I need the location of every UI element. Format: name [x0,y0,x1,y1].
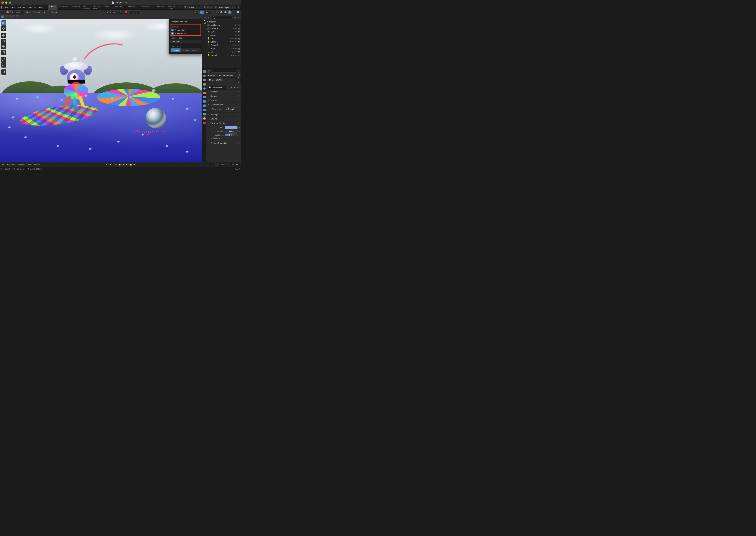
viewlayer-delete-icon[interactable]: × [237,6,240,9]
tab-sculpting[interactable]: Sculpting [69,4,81,10]
tool-scale[interactable] [1,44,6,50]
tab-rendering[interactable]: Rendering [126,4,139,10]
hide-viewport-toggle[interactable]: 👁 [235,47,237,50]
outliner-filter[interactable]: ▽▾ [233,16,236,19]
ptab-viewlayer[interactable] [202,78,206,82]
ptab-particles[interactable] [202,99,206,103]
outliner-item[interactable]: 🎥 Camera ⊡ 👁 📷 [202,27,241,30]
slot-next[interactable]: ◂ [230,83,231,84]
scene-name-input[interactable] [187,6,202,9]
breadcrumb-object[interactable]: ▣Ocean [207,74,216,77]
jump-to-start[interactable]: ⏮ [114,163,117,166]
compositor-always[interactable]: Always [190,49,200,52]
outliner-item[interactable]: ☀ Sun 👁 📷 [202,30,241,33]
tool-rotate[interactable] [1,39,6,44]
properties-options[interactable]: ⌄ [237,69,240,73]
viewport-color-swatch[interactable] [225,126,237,129]
disable-render-toggle[interactable]: 📷 [237,30,240,33]
transform-orientation[interactable]: ⤢ Normal ▾ [106,10,118,14]
shading-options-dropdown[interactable]: ▾ [233,11,236,14]
editor-type-dropdown[interactable]: ⬚▾ [1,11,4,14]
hide-viewport-toggle[interactable]: 👁 [235,27,237,30]
auto-key-toggle[interactable]: ● [105,163,109,166]
menu-view[interactable]: View [24,11,32,14]
tab-modeling[interactable]: Modeling [57,4,70,10]
viewlayer-selector[interactable]: 🖼 ⎘ × [214,6,240,9]
panel-displacement-head[interactable]: ▾Displacement⠿ [206,102,241,107]
outliner-item[interactable]: ▽ opoid 👁 📷 [202,33,241,37]
menu-object[interactable]: Object [49,11,58,14]
hide-viewport-toggle[interactable]: 👁 [235,44,237,47]
outliner-item[interactable]: 🎥 ntsCamera 👁 📷 [202,23,241,27]
disable-render-toggle[interactable]: 📷 [237,37,240,40]
pivot-point[interactable]: ⊙▾ [119,10,124,14]
select-extend-icon[interactable] [5,16,8,18]
start-frame-field[interactable]: Start1 [219,163,229,166]
displacement-dropdown[interactable]: Default [225,108,240,111]
outliner-collection-row[interactable]: ▾ ☐ Collection [202,20,241,23]
minimize-window-button[interactable] [5,1,7,4]
xray-toggle[interactable]: ⊡ [211,11,214,14]
clock-icon[interactable]: ◷ [215,163,218,166]
scene-new-icon[interactable]: ⎘ [206,6,209,9]
tab-uv-editing[interactable]: UV Editing [81,4,92,10]
select-invert-icon[interactable] [12,16,15,18]
vd-settings-label[interactable]: Settings [213,137,220,139]
material-slot-name[interactable]: OceanWater [207,78,236,82]
play-reverse[interactable]: ◀ [121,163,125,166]
disable-render-toggle[interactable]: 📷 [237,44,240,47]
breadcrumb-material[interactable]: ◉OceanWater [219,74,233,77]
menu-edit[interactable]: Edit [10,6,16,9]
material-slot-remove[interactable]: − [237,79,240,81]
compositor-camera[interactable]: Camera [180,49,190,52]
animate-dot[interactable] [239,127,240,128]
ptab-data[interactable] [202,112,206,116]
menu-file[interactable]: File [3,6,10,9]
ptab-world[interactable] [202,86,206,90]
blender-logo-icon[interactable] [1,6,2,9]
tool-move[interactable] [1,33,6,38]
3d-viewport[interactable]: Octopoid~ [0,19,202,162]
properties-search[interactable] [211,69,236,73]
ptab-scene[interactable] [202,82,206,86]
render-pause[interactable] [237,11,240,14]
viewlayer-name-input[interactable] [218,6,233,9]
properties-editor-type[interactable]: ⚙▾ [207,69,210,73]
hide-viewport-toggle[interactable]: 👁 [235,37,237,40]
hide-viewport-toggle[interactable]: 👁 [235,50,237,53]
tl-playback[interactable]: Playback▾ [5,163,16,166]
hide-viewport-toggle[interactable]: 👁 [235,24,237,26]
disable-render-toggle[interactable]: 📷 [237,24,240,26]
jump-to-end[interactable]: ⏭ [133,163,136,166]
maximize-window-button[interactable] [9,1,11,4]
compositor-disabled[interactable]: Disabled [171,49,180,52]
tl-view[interactable]: View [27,163,33,166]
material-link-unlink[interactable]: × [233,86,236,89]
scene-selector[interactable]: 🎬 📌 ⎘ × [184,6,213,9]
panel-lineart-head[interactable]: ▸Line Art⠿ [206,117,241,121]
tab-add-workspace[interactable]: + [178,4,183,10]
material-slot-add[interactable]: + [237,77,240,79]
select-intersect-icon[interactable] [16,16,19,18]
ptab-texture[interactable] [202,121,206,125]
panel-custom-properties-head[interactable]: ▸Custom Properties⠿ [206,141,241,145]
ptab-render[interactable] [202,69,206,74]
scene-world-input[interactable] [171,32,173,35]
menu-add[interactable]: Add [42,11,49,14]
gizmos-toggle[interactable]: ⊕▾ [199,10,205,14]
material-link-field[interactable]: OceanWater [207,86,226,89]
outliner-new-collection[interactable]: ⊞ [237,16,240,19]
panel-volume-head[interactable]: ▸Volume⠿ [206,98,241,102]
outliner-item[interactable]: ▽ all ◉ 👁 📷 [202,50,241,53]
snap-options[interactable]: ⫯▾ [129,10,133,14]
jump-next-key[interactable]: ⏩ [129,163,132,166]
tool-measure[interactable] [1,62,6,68]
tab-geometry-nodes[interactable]: Geometry Nodes [166,4,178,10]
tool-select-box[interactable] [1,20,6,26]
animate-dot[interactable] [239,131,240,132]
tl-marker[interactable]: Marker [33,163,41,166]
outliner-item[interactable]: ▽ OceanBed ▽ 👁 📷 [202,44,241,47]
scene-browse-icon[interactable]: 🎬 [184,6,187,9]
disable-render-toggle[interactable]: 📷 [237,27,240,30]
tab-shading[interactable]: Shading [102,4,113,10]
